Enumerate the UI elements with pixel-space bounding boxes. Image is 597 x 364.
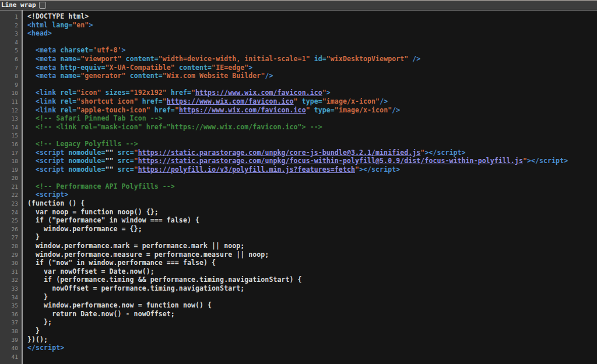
line-number: 8 <box>0 72 23 80</box>
source-link[interactable]: https://static.parastorage.com/unpkg/foc… <box>138 157 523 165</box>
line-number: 14 <box>0 123 23 132</box>
line-code: <meta http-equiv="X-UA-Compatible" conte… <box>23 63 597 72</box>
token-attr: content= <box>175 63 212 72</box>
line-code: } <box>23 293 597 302</box>
line-code: <!DOCTYPE html> <box>23 12 597 21</box>
token-tag: > <box>89 21 93 29</box>
line-code: <meta charset='utf-8'> <box>23 46 597 55</box>
source-line: 12 <link rel="apple-touch-icon" href="ht… <box>0 106 597 115</box>
token-val: "apple-touch-icon" <box>76 106 150 114</box>
token-plain <box>27 157 36 165</box>
line-number: 37 <box>0 318 23 327</box>
source-line: 24 var noop = function noop() {}; <box>0 208 597 217</box>
line-number: 19 <box>0 165 23 174</box>
token-plain: } <box>27 293 48 301</box>
line-number: 25 <box>0 216 23 225</box>
token-plain: } <box>27 327 40 335</box>
source-line: 3<head> <box>0 29 597 38</box>
token-plain <box>27 106 36 114</box>
source-line: 13 <!-- Safari Pinned Tab Icon --> <box>0 114 597 123</box>
line-code: <head> <box>23 29 597 38</box>
token-val: " <box>134 165 138 174</box>
token-val: "wixDesktopViewport" <box>326 55 408 63</box>
line-code: <meta name="generator" content="Wix.com … <box>23 72 597 80</box>
source-line: 22 <script> <box>0 190 597 199</box>
token-attr: type= <box>298 97 322 105</box>
token-val: "viewport" <box>80 55 121 63</box>
source-link[interactable]: https://www.wix.com/favicon.ico <box>179 106 306 114</box>
token-attr: src= <box>114 157 134 165</box>
token-tag: <meta <box>36 72 56 80</box>
token-plain: nowOffset = performance.timing.navigatio… <box>27 284 244 292</box>
token-val: " <box>163 97 167 105</box>
source-line: 33 nowOffset = performance.timing.naviga… <box>0 284 597 293</box>
line-number: 11 <box>0 97 23 106</box>
line-number: 7 <box>0 63 23 72</box>
token-plain <box>27 140 36 148</box>
token-attr: content= <box>126 72 163 80</box>
token-plain: window.performance.measure = performance… <box>27 250 269 259</box>
source-line: 4 <box>0 38 597 47</box>
token-comment: <!-- Performance API Polyfills --> <box>36 182 175 190</box>
token-plain <box>27 114 36 122</box>
line-number: 26 <box>0 225 23 234</box>
line-number: 29 <box>0 250 23 259</box>
line-code: nowOffset = performance.timing.navigatio… <box>23 284 597 293</box>
token-tag: > <box>248 63 252 72</box>
line-number: 28 <box>0 242 23 250</box>
token-val: " <box>175 106 179 114</box>
token-plain: <!DOCTYPE html> <box>27 12 89 20</box>
source-link[interactable]: https://polyfill.io/v3/polyfill.min.js?f… <box>138 165 355 174</box>
line-code: if (performance.timing && performance.ti… <box>23 275 597 284</box>
token-val: "shortcut icon" <box>76 97 138 105</box>
line-code: window.performance.now = function now() … <box>23 301 597 310</box>
source-line: 41 <box>0 352 597 361</box>
token-val: "generator" <box>80 72 125 80</box>
token-val: " <box>306 106 310 114</box>
token-plain: if ("now" in window.performance === fals… <box>27 259 216 267</box>
token-tag: <link <box>36 89 56 97</box>
token-tag: <script <box>36 157 64 165</box>
token-attr: src= <box>114 165 134 174</box>
token-plain <box>27 97 36 105</box>
line-code: if ("performance" in window === false) { <box>23 216 597 225</box>
line-number: 31 <box>0 267 23 276</box>
token-attr: sizes= <box>101 89 129 97</box>
line-code: <script> <box>23 190 597 199</box>
token-attr: http-equiv= <box>56 63 105 72</box>
source-line: 38 } <box>0 327 597 335</box>
line-code <box>23 80 597 89</box>
token-tag: <meta <box>36 55 56 63</box>
line-number: 39 <box>0 335 23 344</box>
token-attr: id= <box>310 55 326 63</box>
token-tag: <script <box>36 165 64 174</box>
line-code: <link rel="apple-touch-icon" href="https… <box>23 106 597 115</box>
token-comment: <!-- Safari Pinned Tab Icon --> <box>36 114 163 122</box>
line-code: window.performance.measure = performance… <box>23 250 597 259</box>
token-val: " <box>191 89 195 97</box>
token-attr: nomodule= <box>64 165 105 174</box>
source-line: 27 } <box>0 233 597 242</box>
line-number: 35 <box>0 301 23 310</box>
token-tag: </script> <box>27 344 64 352</box>
line-code: <html lang="en"> <box>23 21 597 30</box>
line-code: var nowOffset = Date.now(); <box>23 267 597 276</box>
source-link[interactable]: https://static.parastorage.com/unpkg/cor… <box>138 149 421 157</box>
token-plain: window.performance = {}; <box>27 225 142 233</box>
token-attr: type= <box>310 106 335 114</box>
source-link[interactable]: https://www.wix.com/favicon.ico <box>167 97 294 105</box>
source-line: 10 <link rel="icon" sizes="192x192" href… <box>0 89 597 97</box>
source-line: 2<html lang="en"> <box>0 21 597 30</box>
token-val: "Wix.com Website Builder" <box>163 72 265 80</box>
source-link[interactable]: https://www.wix.com/favicon.ico <box>195 89 322 97</box>
source-line: 34 } <box>0 293 597 302</box>
source-line: 11 <link rel="shortcut icon" href="https… <box>0 97 597 106</box>
token-plain: var noop = function noop() {}; <box>27 208 159 216</box>
line-wrap-checkbox[interactable] <box>39 2 46 9</box>
line-code: <script nomodule="" src="https://polyfil… <box>23 165 597 174</box>
token-plain: if (performance.timing && performance.ti… <box>27 275 302 284</box>
token-attr: name= <box>56 55 80 63</box>
token-plain <box>27 46 36 54</box>
token-tag: /> <box>380 97 388 105</box>
token-qt: "" <box>105 165 113 174</box>
